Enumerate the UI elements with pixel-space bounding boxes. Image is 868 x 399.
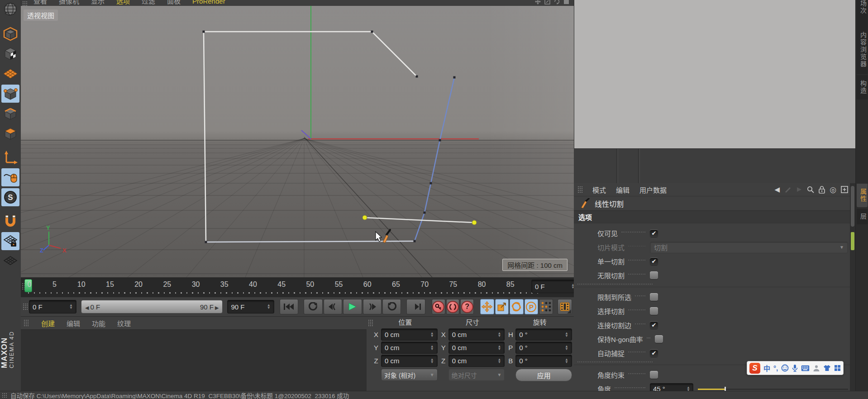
position-x-field[interactable]: 0 cm <box>381 328 438 341</box>
record-pla-toggle[interactable] <box>539 299 553 314</box>
perspective-viewport[interactable]: Y Z X 透视视图 网格间距 : 100 cm <box>21 6 574 278</box>
attributes-scrollbar[interactable] <box>850 183 855 391</box>
checkbox[interactable] <box>650 271 658 279</box>
checkbox[interactable] <box>650 349 658 357</box>
stepper-icon[interactable] <box>430 358 434 364</box>
prev-frame-button[interactable] <box>324 299 342 314</box>
stepper-icon[interactable] <box>565 345 568 351</box>
rotation-h-field[interactable]: 0 ° <box>515 328 572 341</box>
search-icon[interactable] <box>807 186 814 193</box>
polygons-mode-icon[interactable] <box>1 124 19 142</box>
range-left-arrow-icon[interactable]: ◀ <box>85 305 91 310</box>
panel-grip-icon[interactable] <box>24 319 29 327</box>
options-section-header[interactable]: 选项 <box>574 210 855 223</box>
menu-item-mode[interactable]: 模式 <box>592 185 606 195</box>
menu-item[interactable]: 显示 <box>91 0 105 5</box>
next-frame-button[interactable] <box>363 299 382 314</box>
size-mode-dropdown[interactable]: 绝对尺寸 <box>448 369 505 381</box>
menu-item[interactable]: 纹理 <box>117 318 131 328</box>
mic-icon[interactable] <box>792 364 798 372</box>
menu-item-userdata[interactable]: 用户数据 <box>639 185 667 195</box>
panel-grip-icon[interactable] <box>577 186 582 193</box>
menu-item-edit[interactable]: 编辑 <box>616 185 630 195</box>
stepper-icon[interactable] <box>430 345 434 351</box>
record-keyframe-button[interactable] <box>432 299 445 314</box>
pencil-icon[interactable] <box>784 186 792 193</box>
viewport-label[interactable]: 透视视图 <box>24 10 58 21</box>
workplane-mode-icon[interactable] <box>1 65 19 83</box>
goto-end-button[interactable] <box>406 299 425 314</box>
frame-range-slider[interactable]: ◀ 0 F 90 F ▶ <box>81 300 223 314</box>
edges-mode-icon[interactable] <box>1 104 19 123</box>
viewport-solo-mouse-icon[interactable] <box>1 168 19 186</box>
menu-item[interactable]: ProRender <box>192 0 225 5</box>
checkbox[interactable] <box>650 371 658 379</box>
position-y-field[interactable]: 0 cm <box>381 342 438 354</box>
menu-item[interactable]: 面板 <box>167 0 181 5</box>
position-mode-dropdown[interactable]: 对象 (相对) <box>381 369 438 381</box>
stepper-icon[interactable] <box>497 332 501 337</box>
grid-snap-icon[interactable] <box>1 252 19 270</box>
tab-layers[interactable]: 层 <box>857 209 868 224</box>
stepper-icon[interactable] <box>497 358 501 364</box>
play-button[interactable] <box>343 299 362 314</box>
checkbox[interactable] <box>650 229 658 237</box>
stepper-icon[interactable] <box>497 345 501 351</box>
rotation-p-field[interactable]: 0 ° <box>515 342 572 354</box>
sogou-logo-icon[interactable]: S <box>749 363 760 374</box>
new-panel-icon[interactable] <box>841 186 848 193</box>
menu-item[interactable]: 选项 <box>116 0 130 5</box>
angle-field[interactable]: 45 ° <box>650 383 693 391</box>
menu-item[interactable]: 过滤 <box>142 0 155 5</box>
record-parameter-toggle[interactable]: P <box>525 299 539 314</box>
record-rotation-toggle[interactable] <box>510 299 524 314</box>
s-globe-icon[interactable]: S <box>1 188 19 206</box>
timeline-ruler[interactable]: 051015202530354045505560657075808590 0 F <box>21 277 574 298</box>
person-icon[interactable] <box>813 365 820 372</box>
next-key-button[interactable] <box>382 299 401 314</box>
end-frame-field[interactable]: 90 F <box>227 300 274 314</box>
checkbox[interactable] <box>650 293 658 301</box>
size-y-field[interactable]: 0 cm <box>448 342 505 354</box>
scrollbar-thumb[interactable] <box>851 186 854 227</box>
workplane-lock-icon[interactable] <box>1 232 19 250</box>
panel-grip-icon[interactable] <box>23 303 28 310</box>
keyboard-icon[interactable] <box>801 365 810 371</box>
toggle-view-icon[interactable] <box>563 0 569 5</box>
target-icon[interactable] <box>830 185 836 195</box>
stepper-icon[interactable] <box>687 386 690 391</box>
ime-punctuation[interactable]: °, <box>773 364 778 372</box>
panel-grip-icon[interactable] <box>2 393 7 398</box>
scale-view-icon[interactable] <box>544 0 550 5</box>
menu-item[interactable]: 创建 <box>41 318 55 328</box>
stepper-icon[interactable] <box>565 332 568 337</box>
stepper-icon[interactable] <box>565 358 568 364</box>
forward-icon[interactable] <box>796 186 802 193</box>
pan-view-icon[interactable] <box>535 0 541 5</box>
ruler-frame-field[interactable]: 0 F <box>531 280 578 293</box>
animation-palette-button[interactable] <box>558 299 572 314</box>
stepper-icon[interactable] <box>69 304 73 309</box>
checkbox[interactable] <box>650 321 658 329</box>
tab-takes[interactable]: 场次 <box>857 0 868 26</box>
ime-language-mode[interactable]: 中 <box>763 363 770 373</box>
render-globe-icon[interactable] <box>1 1 19 19</box>
panel-grip-icon[interactable] <box>368 319 373 327</box>
toolbox-grid-icon[interactable] <box>834 365 841 371</box>
size-z-field[interactable]: 0 cm <box>448 355 505 367</box>
autokey-button[interactable] <box>446 299 460 314</box>
tab-structure[interactable]: 构造 <box>857 75 868 100</box>
tab-attributes[interactable]: 属性 <box>857 184 868 207</box>
stepper-icon[interactable] <box>267 304 271 309</box>
tab-content-browser[interactable]: 内容浏览器 <box>857 25 868 74</box>
rotate-view-icon[interactable] <box>554 0 560 5</box>
checkbox[interactable] <box>650 307 658 315</box>
menu-item[interactable]: 查看 <box>33 0 47 5</box>
lock-icon[interactable] <box>819 186 825 194</box>
apply-button[interactable]: 应用 <box>515 369 572 381</box>
slice-mode-dropdown[interactable]: 切割 <box>650 242 848 253</box>
checkbox[interactable] <box>650 257 658 265</box>
angle-slider[interactable] <box>698 385 848 391</box>
size-x-field[interactable]: 0 cm <box>448 328 505 341</box>
magnet-snap-icon[interactable] <box>1 212 19 230</box>
